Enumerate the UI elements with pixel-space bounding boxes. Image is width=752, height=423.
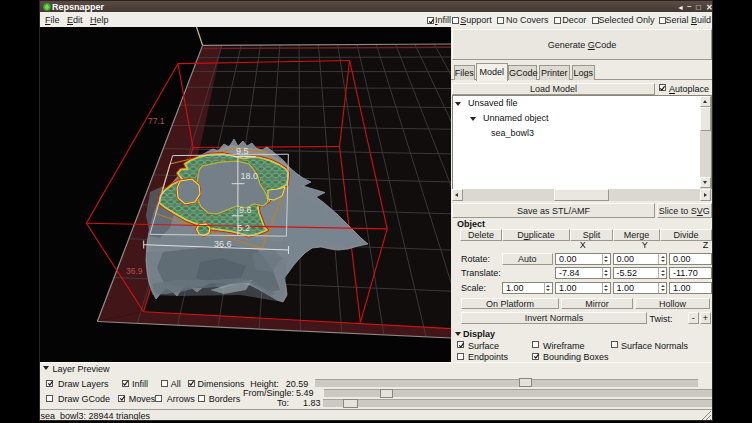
svg-text:77.1: 77.1 <box>148 116 165 126</box>
svg-text:18.0: 18.0 <box>241 171 259 181</box>
svg-text:9.5: 9.5 <box>236 146 249 156</box>
svg-text:9.6: 9.6 <box>239 205 252 215</box>
svg-text:36.9: 36.9 <box>126 266 143 276</box>
svg-text:5.2: 5.2 <box>238 223 251 233</box>
svg-text:36.6: 36.6 <box>214 239 232 249</box>
